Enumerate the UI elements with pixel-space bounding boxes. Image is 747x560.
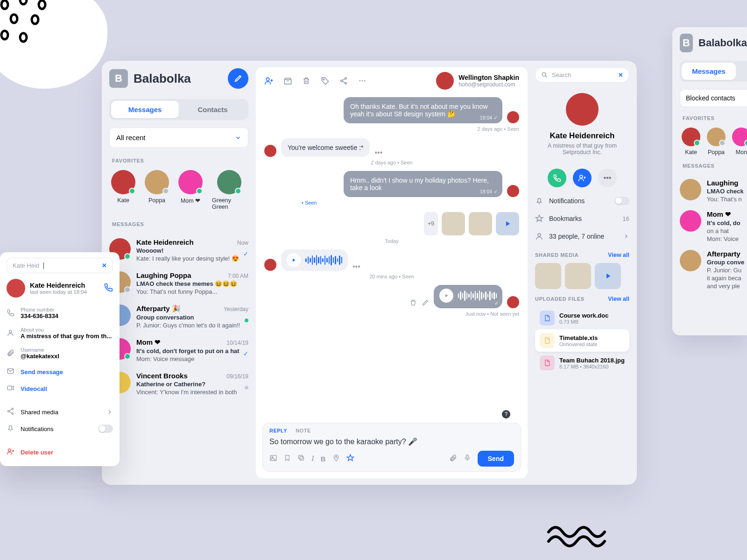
more-actions-button[interactable]: •••	[598, 169, 617, 187]
favorite-item[interactable]: Kate	[111, 170, 135, 210]
more-icon[interactable]: •••	[374, 149, 382, 157]
tab-messages[interactable]: Messages	[111, 101, 179, 118]
conversation-item[interactable]: Laughing Poppa7:00 AM LMAO check these m…	[102, 267, 256, 300]
view-all-link[interactable]: View all	[608, 252, 629, 258]
conversation-item[interactable]: Vincent Brooks09/16/19 Katherine or Cath…	[102, 367, 256, 400]
date-divider: Today	[264, 238, 519, 244]
svg-point-19	[335, 456, 337, 458]
message-out[interactable]: Oh thanks Kate. But it's not about me yo…	[344, 97, 502, 123]
blocked-contacts-row[interactable]: Blocked contacts	[680, 89, 747, 107]
message-out[interactable]: Hmm.. didn't I show u my holiday photos?…	[344, 171, 502, 197]
conversation-preview: It's cold, don't forget to put on a hat	[136, 347, 248, 354]
favorite-item[interactable]: Poppa	[145, 170, 169, 210]
profile-block: Kate Heidenreich A mistress of that guy …	[535, 93, 629, 156]
pencil-icon	[234, 74, 242, 83]
filter-dropdown[interactable]: All recent	[109, 128, 248, 148]
photo-thumbnails: +9	[264, 212, 519, 235]
tag-icon[interactable]	[320, 76, 330, 85]
trash-icon[interactable]	[302, 76, 311, 85]
setting-bookmarks[interactable]: Bookmarks 16	[535, 210, 629, 227]
media-thumb-video[interactable]	[595, 263, 621, 289]
chat-peer[interactable]: Wellington Shapkin hoho@setproduct.com	[436, 72, 519, 90]
attachment-icon[interactable]	[449, 454, 457, 464]
avatar	[680, 250, 701, 271]
more-icon[interactable]: •••	[352, 262, 360, 271]
shared-media-link[interactable]: Shared media	[7, 404, 113, 420]
setting-members[interactable]: 33 people, 7 online	[535, 227, 629, 245]
conversation-item[interactable]: Mom ❤10/14/19 It's cold, don't forget to…	[102, 333, 256, 367]
image-icon[interactable]	[269, 454, 277, 464]
media-thumb[interactable]	[535, 263, 561, 289]
add-user-icon[interactable]	[264, 76, 274, 85]
profile-avatar[interactable]	[566, 93, 599, 126]
clear-icon[interactable]: ✕	[618, 71, 623, 78]
microphone-icon[interactable]	[464, 454, 471, 463]
video-thumb[interactable]	[496, 212, 519, 235]
more-photos-button[interactable]: +9	[424, 212, 438, 235]
star-icon[interactable]	[346, 454, 354, 464]
chevron-right-icon	[623, 233, 629, 240]
shared-media-label: SHARED MEDIA	[535, 252, 578, 258]
file-item[interactable]: Team Buhach 2018.jpg8.17 MB • 3840x2160	[535, 352, 629, 374]
share-icon[interactable]	[339, 76, 348, 85]
help-icon[interactable]: ?	[502, 410, 510, 418]
search-input[interactable]: Search ✕	[535, 67, 629, 83]
more-icon[interactable]	[358, 76, 367, 85]
call-button[interactable]	[548, 169, 566, 187]
delete-user-link[interactable]: Delete user	[7, 444, 113, 461]
play-button[interactable]	[287, 253, 301, 267]
svg-point-2	[39, 0, 45, 9]
call-icon[interactable]	[104, 283, 113, 294]
italic-icon[interactable]: I	[311, 454, 314, 463]
copy-icon[interactable]	[297, 454, 305, 463]
trash-icon[interactable]	[409, 299, 417, 308]
voice-message-in[interactable]	[281, 249, 348, 271]
conversation-item[interactable]: Afterparty 🎉Yesterday Group conversation…	[102, 300, 256, 333]
tab-messages[interactable]: Messages	[682, 63, 736, 80]
media-thumb[interactable]	[565, 263, 591, 289]
bookmark-icon[interactable]	[284, 454, 291, 463]
file-item[interactable]: Timetable.xlsOnhovered state	[535, 329, 629, 352]
conversation-item[interactable]: Mom ❤It's cold, doon a hatMom: Voice	[680, 206, 747, 246]
peer-name: Wellington Shapkin	[458, 74, 519, 81]
svg-point-8	[323, 79, 324, 80]
popover-search[interactable]: Kate Heid ✕	[7, 258, 113, 273]
videocall-link[interactable]: Videocall	[7, 380, 113, 397]
photo-thumb[interactable]	[469, 212, 492, 235]
favorite-item[interactable]: Greeny Green	[212, 170, 247, 210]
mail-icon	[7, 367, 15, 376]
location-icon[interactable]	[332, 454, 340, 463]
contact-name: Kate Heidenreich	[30, 282, 99, 289]
conversation-item[interactable]: Kate HeidenreichNow Woooow! Kate: I real…	[102, 234, 256, 267]
view-all-link[interactable]: View all	[608, 296, 629, 302]
conversation-item[interactable]: Laughing LMAO checkYou: That's n	[680, 175, 747, 206]
setting-notifications[interactable]: Notifications	[535, 192, 629, 210]
notifications-row[interactable]: Notifications	[7, 420, 113, 437]
file-item[interactable]: Course work.doc0.73 MB	[535, 307, 629, 329]
status-indicator: ✓	[243, 249, 248, 258]
toggle-switch[interactable]	[98, 425, 113, 433]
send-button[interactable]: Send	[478, 451, 514, 467]
composer-tab-reply[interactable]: REPLY	[269, 428, 287, 433]
play-button[interactable]	[439, 289, 453, 303]
status-indicator: ✓	[243, 349, 248, 358]
composer-tab-note[interactable]: NOTE	[296, 428, 311, 433]
conversation-item[interactable]: AfterpartyGroup conveP. Junior: Guit aga…	[680, 246, 747, 293]
message-in[interactable]: You're welcome sweetie :*	[281, 138, 370, 157]
send-message-link[interactable]: Send message	[7, 363, 113, 380]
photo-thumb[interactable]	[442, 212, 465, 235]
favorite-item[interactable]: Mom ❤	[178, 170, 203, 210]
archive-icon[interactable]	[283, 76, 292, 85]
add-contact-button[interactable]	[573, 169, 592, 187]
composer-input[interactable]: So tomorrow we go to the karaoke party? …	[269, 437, 514, 451]
shared-media-row	[535, 263, 629, 289]
compose-button[interactable]	[228, 68, 248, 89]
bold-icon[interactable]: B	[321, 455, 326, 463]
voice-message-out[interactable]: ✓	[434, 285, 503, 308]
clear-icon[interactable]: ✕	[102, 262, 107, 269]
edit-icon[interactable]	[422, 299, 429, 308]
tab-contacts[interactable]: Contacts	[179, 101, 247, 118]
message-meta: 2 days ago • Seen	[264, 160, 519, 165]
toggle-switch[interactable]	[614, 197, 629, 205]
chevron-down-icon	[235, 135, 241, 141]
